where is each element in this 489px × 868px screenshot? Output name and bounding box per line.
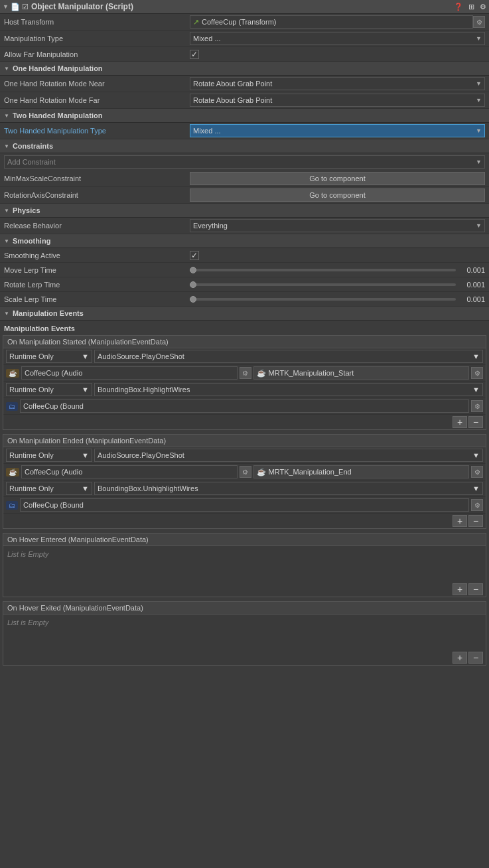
manipulation-type-row: Manipulation Type Mixed ... ▼ — [0, 31, 489, 47]
enabled-checkbox[interactable]: ☑ — [22, 3, 29, 11]
one-handed-collapse: ▼ — [4, 66, 9, 72]
ended-remove-button[interactable]: − — [468, 515, 483, 527]
select-arrow-em1: ▼ — [472, 451, 480, 459]
two-handed-collapse: ▼ — [4, 113, 9, 119]
host-transform-value: CoffeeCup (Transform) — [202, 18, 276, 26]
ended-obj2-gear[interactable]: ⚙ — [471, 499, 483, 511]
started-runtime1-select[interactable]: Runtime Only ▼ — [6, 350, 92, 363]
physics-section[interactable]: ▼ Physics — [0, 204, 489, 218]
two-handed-section[interactable]: ▼ Two Handed Manipulation — [0, 109, 489, 123]
ended-obj2-badge: 🗂 — [6, 501, 18, 510]
rotate-lerp-row: Rotate Lerp Time 0.001 — [0, 277, 489, 292]
scale-lerp-thumb[interactable] — [190, 296, 196, 303]
near-rotation-select[interactable]: Rotate About Grab Point ▼ — [190, 77, 485, 90]
rotate-lerp-value: 0.001 — [460, 281, 485, 289]
ended-row1-runtime: Runtime Only ▼ AudioSource.PlayOneShot ▼ — [3, 447, 486, 464]
ended-obj2-name[interactable]: CoffeeCup (Bound — [20, 498, 469, 512]
scale-lerp-track[interactable] — [190, 298, 456, 301]
settings-icon[interactable]: ⚙ — [480, 3, 486, 11]
add-constraint-select[interactable]: Add Constraint ▼ — [4, 155, 485, 169]
hover-entered-remove-button[interactable]: − — [468, 583, 483, 595]
host-transform-gear[interactable]: ⚙ — [473, 16, 485, 28]
started-method2-select[interactable]: BoundingBox.HighlightWires ▼ — [94, 383, 483, 396]
started-obj1-name[interactable]: CoffeeCup (Audio — [21, 366, 238, 380]
started-method1-select[interactable]: AudioSource.PlayOneShot ▼ — [94, 350, 483, 363]
move-lerp-control: 0.001 — [190, 266, 485, 274]
ended-runtime2-value: Runtime Only — [9, 484, 54, 492]
select-arrow-far: ▼ — [476, 97, 482, 104]
release-behavior-control: Everything ▼ — [190, 219, 485, 232]
release-behavior-select[interactable]: Everything ▼ — [190, 219, 485, 232]
two-handed-type-control: Mixed ... ▼ — [190, 124, 485, 137]
smoothing-collapse: ▼ — [4, 238, 9, 244]
started-runtime1-value: Runtime Only — [9, 352, 54, 360]
select-arrow-sr2: ▼ — [82, 386, 89, 394]
hover-entered-spacer — [3, 562, 486, 582]
move-lerp-label: Move Lerp Time — [4, 266, 190, 274]
started-add-button[interactable]: + — [453, 416, 467, 428]
started-obj2-name[interactable]: CoffeeCup (Bound — [20, 399, 469, 413]
two-handed-type-value: Mixed ... — [193, 127, 221, 135]
smoothing-section[interactable]: ▼ Smoothing — [0, 234, 489, 248]
ended-method1-select[interactable]: AudioSource.PlayOneShot ▼ — [94, 449, 483, 462]
hover-exited-remove-button[interactable]: − — [468, 652, 483, 664]
started-remove-button[interactable]: − — [468, 416, 483, 428]
smoothing-active-label: Smoothing Active — [4, 252, 190, 259]
layout-icon[interactable]: ⊞ — [468, 3, 474, 11]
allow-far-checkbox[interactable]: ✓ — [190, 50, 199, 59]
host-transform-label: Host Transform — [4, 18, 190, 26]
move-lerp-thumb[interactable] — [190, 267, 196, 273]
far-rotation-control: Rotate About Grab Point ▼ — [190, 94, 485, 107]
ended-runtime2-select[interactable]: Runtime Only ▼ — [6, 482, 92, 495]
started-method1-value: AudioSource.PlayOneShot — [98, 352, 184, 360]
ended-method2-select[interactable]: BoundingBox.UnhighlightWires ▼ — [94, 482, 483, 495]
add-constraint-row: Add Constraint ▼ — [0, 153, 489, 171]
far-rotation-label: One Hand Rotation Mode Far — [4, 96, 190, 104]
move-lerp-row: Move Lerp Time 0.001 — [0, 263, 489, 277]
manipulation-events-section[interactable]: ▼ Manipulation Events — [0, 307, 489, 321]
started-method2-value: BoundingBox.HighlightWires — [98, 386, 190, 394]
started-func1-gear[interactable]: ⚙ — [471, 367, 483, 379]
constraints-section[interactable]: ▼ Constraints — [0, 139, 489, 153]
ended-func1-name: ☕ MRTK_Manipulation_End — [253, 465, 470, 478]
far-rotation-select[interactable]: Rotate About Grab Point ▼ — [190, 94, 485, 107]
help-icon[interactable]: ❓ — [454, 3, 463, 11]
minmax-go-button[interactable]: Go to component — [190, 172, 485, 185]
select-arrow: ▼ — [476, 35, 482, 42]
rotate-lerp-track[interactable] — [190, 283, 456, 286]
rotate-lerp-thumb[interactable] — [190, 281, 196, 288]
collapse-icon[interactable]: ▼ — [3, 3, 9, 10]
ended-func1-gear[interactable]: ⚙ — [471, 466, 483, 478]
scale-lerp-control: 0.001 — [190, 295, 485, 303]
hover-entered-add-button[interactable]: + — [453, 583, 467, 595]
host-transform-field[interactable]: ↗ CoffeeCup (Transform) — [190, 15, 473, 29]
smoothing-active-control: ✓ — [190, 251, 485, 260]
select-arrow-sm2: ▼ — [472, 386, 480, 394]
minmax-row: MinMaxScaleConstraint Go to component — [0, 171, 489, 187]
smoothing-active-checkbox[interactable]: ✓ — [190, 251, 199, 260]
two-handed-type-select[interactable]: Mixed ... ▼ — [190, 124, 485, 137]
started-runtime2-select[interactable]: Runtime Only ▼ — [6, 383, 92, 396]
started-obj2-gear[interactable]: ⚙ — [471, 400, 483, 412]
far-rotation-row: One Hand Rotation Mode Far Rotate About … — [0, 92, 489, 109]
hover-exited-spacer — [3, 630, 486, 650]
ended-obj2-row: 🗂 CoffeeCup (Bound ⚙ — [3, 497, 486, 514]
select-arrow-sr1: ▼ — [82, 352, 89, 360]
ended-add-button[interactable]: + — [453, 515, 467, 527]
started-obj1-gear[interactable]: ⚙ — [240, 367, 251, 379]
hover-exited-add-button[interactable]: + — [453, 652, 467, 664]
ended-runtime1-select[interactable]: Runtime Only ▼ — [6, 449, 92, 462]
ended-obj1-name[interactable]: CoffeeCup (Audio — [21, 465, 238, 478]
manipulation-type-label: Manipulation Type — [4, 35, 190, 42]
constraints-title: Constraints — [13, 142, 53, 150]
ended-obj1-gear[interactable]: ⚙ — [240, 466, 251, 478]
select-arrow-er1: ▼ — [82, 451, 89, 459]
manipulation-type-select[interactable]: Mixed ... ▼ — [190, 32, 485, 45]
events-content: Manipulation Events On Manipulation Star… — [0, 321, 489, 672]
one-handed-section[interactable]: ▼ One Handed Manipulation — [0, 62, 489, 76]
started-obj2-badge: 🗂 — [6, 402, 18, 411]
move-lerp-track[interactable] — [190, 269, 456, 271]
rotation-go-button[interactable]: Go to component — [190, 188, 485, 202]
allow-far-manipulation-row: Allow Far Manipulation ✓ — [0, 47, 489, 62]
manipulation-type-control: Mixed ... ▼ — [190, 32, 485, 45]
